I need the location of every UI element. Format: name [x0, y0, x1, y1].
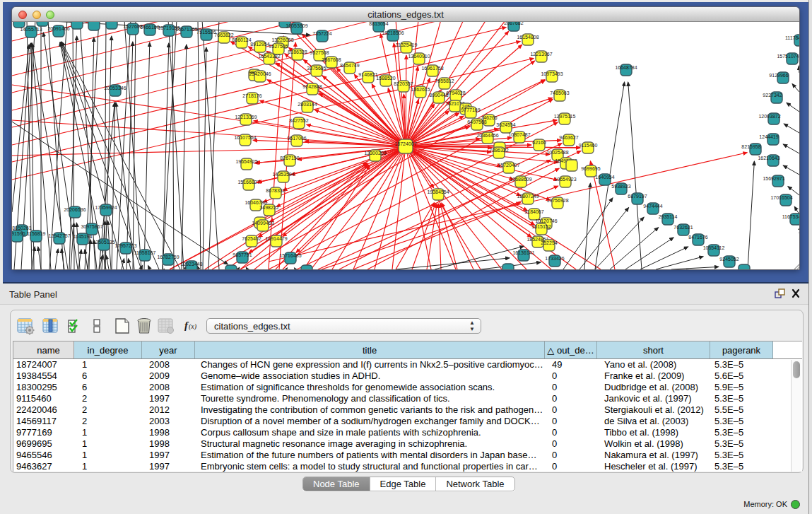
svg-text:10688609: 10688609 [510, 177, 531, 182]
svg-text:14055713: 14055713 [20, 27, 42, 32]
svg-text:12923448: 12923448 [180, 262, 202, 267]
svg-text:17359924: 17359924 [95, 205, 117, 210]
svg-text:12942757: 12942757 [48, 233, 70, 238]
svg-text:8471676: 8471676 [688, 235, 707, 240]
svg-text:14353594: 14353594 [272, 172, 294, 177]
svg-text:8813054: 8813054 [369, 22, 388, 26]
svg-text:8427552: 8427552 [289, 118, 308, 123]
svg-text:(x): (x) [189, 322, 197, 331]
svg-text:6497568: 6497568 [467, 119, 486, 124]
svg-text:20091406: 20091406 [47, 26, 69, 31]
svg-text:3498222: 3498222 [259, 205, 278, 210]
svg-text:252254: 252254 [541, 240, 557, 245]
svg-text:7515526: 7515526 [196, 30, 216, 35]
svg-text:8912954: 8912954 [250, 42, 269, 47]
svg-text:17957223: 17957223 [114, 243, 136, 248]
svg-text:7357224: 7357224 [312, 31, 331, 36]
svg-text:23420046: 23420046 [249, 71, 271, 76]
svg-text:2718176: 2718176 [242, 93, 261, 98]
svg-text:16914479: 16914479 [265, 236, 287, 241]
svg-text:6466160: 6466160 [140, 25, 159, 30]
svg-text:2867608: 2867608 [322, 57, 341, 62]
svg-text:16053809: 16053809 [286, 23, 307, 28]
svg-text:10120746: 10120746 [535, 218, 557, 223]
svg-text:9463627: 9463627 [559, 135, 578, 140]
svg-text:16107554: 16107554 [234, 135, 256, 140]
svg-text:12975115: 12975115 [554, 114, 576, 119]
svg-text:2803144: 2803144 [298, 102, 317, 107]
svg-text:1362615: 1362615 [411, 87, 430, 92]
svg-text:7386322: 7386322 [489, 148, 508, 153]
svg-text:9527508: 9527508 [310, 50, 329, 55]
svg-text:7632621: 7632621 [673, 225, 693, 230]
svg-text:391590: 391590 [12, 231, 25, 236]
svg-text:9184067: 9184067 [524, 209, 543, 214]
svg-text:18807249: 18807249 [517, 194, 539, 199]
svg-text:12213369: 12213369 [235, 115, 257, 119]
svg-text:15716485: 15716485 [279, 253, 301, 258]
svg-text:16046786: 16046786 [245, 200, 266, 205]
svg-text:10807487: 10807487 [508, 132, 530, 137]
svg-text:16671355: 16671355 [175, 27, 197, 32]
svg-text:7485063: 7485063 [550, 90, 569, 95]
svg-text:8850261: 8850261 [12, 226, 31, 230]
svg-text:9474444: 9474444 [643, 204, 662, 209]
svg-text:1588520: 1588520 [376, 76, 395, 81]
svg-text:12093872: 12093872 [758, 114, 780, 119]
svg-text:9115460: 9115460 [579, 143, 598, 148]
svg-text:20206536: 20206536 [64, 207, 86, 212]
svg-text:13226058: 13226058 [271, 37, 293, 42]
svg-text:8220357: 8220357 [394, 81, 413, 86]
svg-text:9242848: 9242848 [302, 84, 322, 89]
svg-text:20053346: 20053346 [104, 86, 126, 90]
svg-text:16210643: 16210643 [758, 156, 779, 160]
svg-text:16961758: 16961758 [421, 66, 443, 71]
svg-text:9129966: 9129966 [769, 73, 788, 78]
svg-text:9227342: 9227342 [763, 93, 782, 98]
svg-text:16648784: 16648784 [615, 65, 637, 70]
svg-text:9777169: 9777169 [461, 107, 480, 112]
svg-text:15166827: 15166827 [237, 180, 259, 185]
svg-text:19218506: 19218506 [382, 30, 404, 35]
svg-text:3624554: 3624554 [496, 122, 515, 127]
svg-text:2087682: 2087682 [504, 22, 523, 25]
svg-text:7625402: 7625402 [242, 236, 261, 241]
svg-text:10654112: 10654112 [703, 245, 725, 250]
svg-text:7663822: 7663822 [214, 33, 233, 37]
svg-text:1733426: 1733426 [545, 256, 564, 261]
svg-text:16136141: 16136141 [512, 250, 534, 255]
svg-text:8860124: 8860124 [232, 37, 251, 42]
svg-text:16782759: 16782759 [157, 255, 179, 259]
svg-text:19756928: 19756928 [546, 198, 568, 203]
svg-text:9657791: 9657791 [233, 252, 252, 257]
svg-text:8186328: 8186328 [288, 49, 307, 54]
svg-text:3375685: 3375685 [307, 66, 326, 71]
svg-text:9146821: 9146821 [358, 72, 377, 77]
svg-text:13300203: 13300203 [364, 151, 386, 156]
svg-text:9517006: 9517006 [287, 136, 306, 141]
svg-text:7955812: 7955812 [435, 78, 454, 83]
svg-text:9245052: 9245052 [719, 257, 739, 262]
svg-text:1244419: 1244419 [759, 134, 778, 139]
svg-text:15720407: 15720407 [498, 163, 519, 168]
svg-text:11325419: 11325419 [396, 42, 418, 47]
svg-text:62160: 62160 [532, 140, 546, 145]
svg-text:10973493: 10973493 [541, 71, 563, 76]
svg-text:8267150: 8267150 [280, 156, 299, 160]
svg-text:12213967: 12213967 [530, 52, 552, 57]
svg-text:8678332: 8678332 [266, 188, 285, 193]
svg-text:6879197: 6879197 [628, 194, 647, 199]
svg-text:19384554: 19384554 [427, 189, 449, 194]
svg-text:15692971: 15692971 [763, 176, 784, 181]
svg-text:9527505: 9527505 [269, 44, 288, 49]
svg-text:11958107: 11958107 [134, 250, 156, 255]
svg-text:11178404: 11178404 [785, 35, 799, 40]
svg-text:12505135: 12505135 [93, 240, 114, 245]
svg-text:16154808: 16154808 [517, 35, 539, 40]
svg-text:14099469: 14099469 [252, 221, 273, 226]
svg-text:2935114: 2935114 [659, 214, 678, 219]
svg-text:19654923: 19654923 [554, 177, 576, 182]
svg-text:17016504: 17016504 [770, 195, 792, 200]
svg-text:20364456: 20364456 [476, 133, 498, 138]
svg-text:13640910: 13640910 [408, 54, 430, 59]
